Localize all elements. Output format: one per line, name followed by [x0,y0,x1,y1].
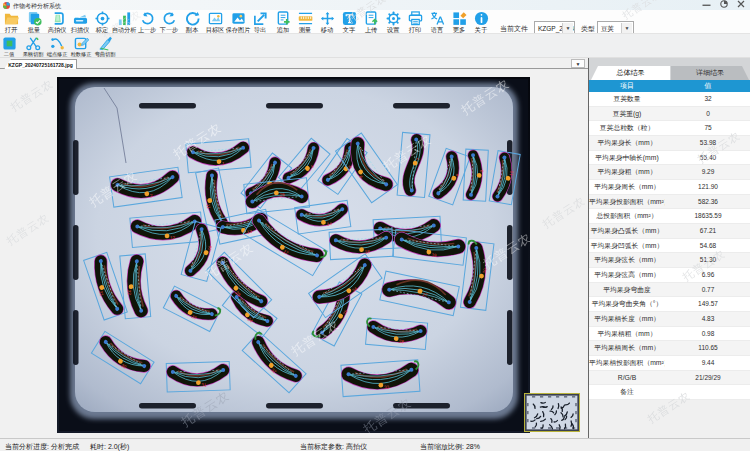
svg-text:28: 28 [399,339,405,344]
svg-text:31: 31 [201,382,207,387]
svg-text:12: 12 [170,235,176,240]
svg-text:22: 22 [126,290,131,296]
svg-text:33: 33 [384,384,390,389]
